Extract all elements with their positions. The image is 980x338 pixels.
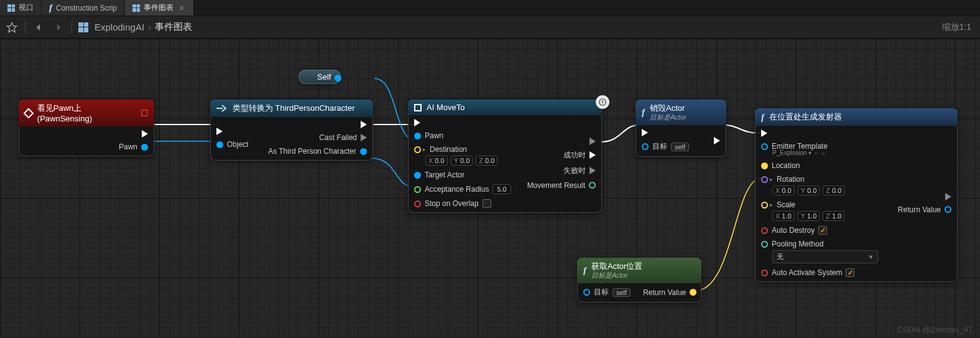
input-pin-auto-destroy[interactable]: Auto Destroy <box>761 226 827 235</box>
input-pin-target-actor[interactable]: Target Actor <box>414 171 465 179</box>
tab-label: Construction Scrip <box>56 4 117 12</box>
node-header: AI MoveTo <box>408 100 602 115</box>
node-icon <box>414 104 422 111</box>
input-pin-rotation[interactable]: ▸ Rotation <box>761 175 844 184</box>
chevron-right-icon: › <box>148 22 151 32</box>
tab-construction[interactable]: f Construction Scrip <box>42 0 125 16</box>
node-subtitle: 目标是Actor <box>650 113 686 122</box>
node-title: 在位置处生成发射器 <box>769 111 842 123</box>
input-pin-acceptance-radius[interactable]: Acceptance Radius 5.0 <box>414 184 511 194</box>
scale-y-input[interactable]: Y1.0 <box>798 211 820 221</box>
input-pin-object[interactable]: Object <box>216 140 249 149</box>
input-pin-pooling-method[interactable]: Pooling Method <box>761 240 878 248</box>
node-header: f 获取Actor位置 目标是Actor <box>577 258 701 283</box>
rot-y-input[interactable]: Y0.0 <box>798 185 820 195</box>
auto-destroy-checkbox[interactable] <box>818 226 827 235</box>
self-label: Self <box>317 72 331 82</box>
input-pin-pawn[interactable]: Pawn <box>414 131 443 140</box>
nav-back-button[interactable] <box>32 21 45 34</box>
input-pin-location[interactable]: Location <box>761 161 800 170</box>
close-icon[interactable]: × <box>177 3 186 13</box>
exec-out-pin[interactable] <box>142 130 148 138</box>
input-pin-target[interactable]: 目标 self <box>642 141 689 152</box>
ai-moveto-node[interactable]: AI MoveTo Pawn ▸ Destination X0.0 Y0.0 <box>408 100 602 213</box>
exec-out-failed[interactable]: Cast Failed <box>319 133 367 142</box>
output-pin-return-value[interactable]: Return Value <box>898 205 951 214</box>
exec-in-pin[interactable] <box>414 119 420 126</box>
exec-out-fail[interactable]: 失败时 <box>563 166 596 176</box>
dest-z-input[interactable]: Z0.0 <box>476 156 497 166</box>
node-title: 看见Pawn上 (PawnSensing) <box>37 103 136 123</box>
output-pin-pawn[interactable]: Pawn <box>119 143 148 151</box>
output-pin-movement-result[interactable]: Movement Result <box>527 181 596 190</box>
exec-out-success[interactable]: 成功时 <box>563 150 596 161</box>
node-header: 类型转换为 ThirdPersonCharacter <box>210 100 373 117</box>
tab-bar: 视口 f Construction Scrip 事件图表 × <box>0 0 980 16</box>
graph-canvas[interactable]: Self 看见Pawn上 (PawnSensing) Pawn 类型转换为 Th… <box>0 39 980 338</box>
self-node[interactable]: Self <box>298 70 341 84</box>
tab-label: 事件图表 <box>144 2 173 13</box>
input-pin-emitter-template[interactable]: Emitter Template <box>761 142 828 151</box>
stop-overlap-checkbox[interactable] <box>483 199 491 208</box>
get-location-node[interactable]: f 获取Actor位置 目标是Actor 目标 self Return Valu… <box>577 258 701 303</box>
scale-z-input[interactable]: Z1.0 <box>823 211 844 221</box>
node-title: 销毁Actor <box>650 103 685 113</box>
exec-out-pin[interactable] <box>714 137 720 144</box>
exec-out-pin[interactable] <box>589 138 596 145</box>
destroy-actor-node[interactable]: f 销毁Actor 目标是Actor 目标 self <box>636 100 726 157</box>
grid-icon <box>132 4 140 12</box>
event-icon <box>23 108 34 118</box>
breadcrumb-root[interactable]: ExplodingAI <box>95 22 144 32</box>
node-title: AI MoveTo <box>427 103 465 112</box>
watermark: CSDN @Zhichao_97 <box>897 325 973 334</box>
output-pin-return-value[interactable]: Return Value <box>643 288 696 297</box>
dest-x-input[interactable]: X0.0 <box>425 156 448 166</box>
auto-activate-checkbox[interactable] <box>846 268 854 277</box>
node-title: 类型转换为 ThirdPersonCharacter <box>233 103 355 114</box>
tab-viewport[interactable]: 视口 <box>0 0 42 16</box>
exec-in-pin[interactable] <box>761 129 767 137</box>
grid-icon <box>7 4 15 12</box>
function-icon: f <box>583 265 586 276</box>
self-default[interactable]: self <box>612 288 631 297</box>
exec-in-pin[interactable] <box>216 128 223 135</box>
zoom-label: 缩放1:1 <box>942 22 975 33</box>
output-pin-as-character[interactable]: As Third Person Character <box>268 147 367 156</box>
scale-x-input[interactable]: X1.0 <box>772 211 795 221</box>
spawn-emitter-node[interactable]: f 在位置处生成发射器 Emitter Template P_Explosion… <box>755 108 958 282</box>
favorite-button[interactable] <box>5 21 19 34</box>
input-pin-auto-activate[interactable]: Auto Activate System <box>761 268 854 277</box>
node-subtitle: 目标是Actor <box>591 271 642 280</box>
breadcrumb: ExplodingAI › 事件图表 <box>95 21 192 33</box>
function-icon: f <box>761 112 764 123</box>
separator <box>72 21 72 34</box>
output-pin-self[interactable] <box>335 75 341 82</box>
input-pin-destination[interactable]: ▸ Destination <box>414 145 497 154</box>
tab-event-graph[interactable]: 事件图表 × <box>125 0 194 16</box>
input-pin-scale[interactable]: ▸ Scale <box>761 200 844 209</box>
input-pin-target[interactable]: 目标 self <box>583 287 631 298</box>
function-icon: f <box>49 2 52 13</box>
separator <box>25 21 25 34</box>
self-default[interactable]: self <box>671 143 689 151</box>
svg-marker-0 <box>7 22 17 32</box>
rot-x-input[interactable]: X0.0 <box>772 185 795 195</box>
exec-in-pin[interactable] <box>642 129 648 136</box>
event-node[interactable]: 看见Pawn上 (PawnSensing) Pawn <box>19 100 154 156</box>
breadcrumb-leaf[interactable]: 事件图表 <box>155 21 192 33</box>
pooling-dropdown[interactable]: 无▼ <box>772 250 878 263</box>
nav-forward-button[interactable] <box>52 21 65 34</box>
exec-out-pin[interactable] <box>945 193 951 200</box>
exec-out-pin[interactable] <box>361 121 367 128</box>
node-header: f 销毁Actor 目标是Actor <box>636 100 726 125</box>
node-header: 看见Pawn上 (PawnSensing) <box>19 100 154 126</box>
node-title: 获取Actor位置 <box>591 261 642 271</box>
node-header: f 在位置处生成发射器 <box>755 108 958 126</box>
input-pin-stop-on-overlap[interactable]: Stop on Overlap <box>414 199 491 208</box>
dest-y-input[interactable]: Y0.0 <box>451 156 473 166</box>
radius-input[interactable]: 5.0 <box>492 184 511 194</box>
rot-z-input[interactable]: Z0.0 <box>823 185 844 195</box>
delegate-pin[interactable] <box>141 110 148 116</box>
cast-node[interactable]: 类型转换为 ThirdPersonCharacter Object Cast F… <box>210 100 373 161</box>
graph-icon <box>78 22 88 32</box>
